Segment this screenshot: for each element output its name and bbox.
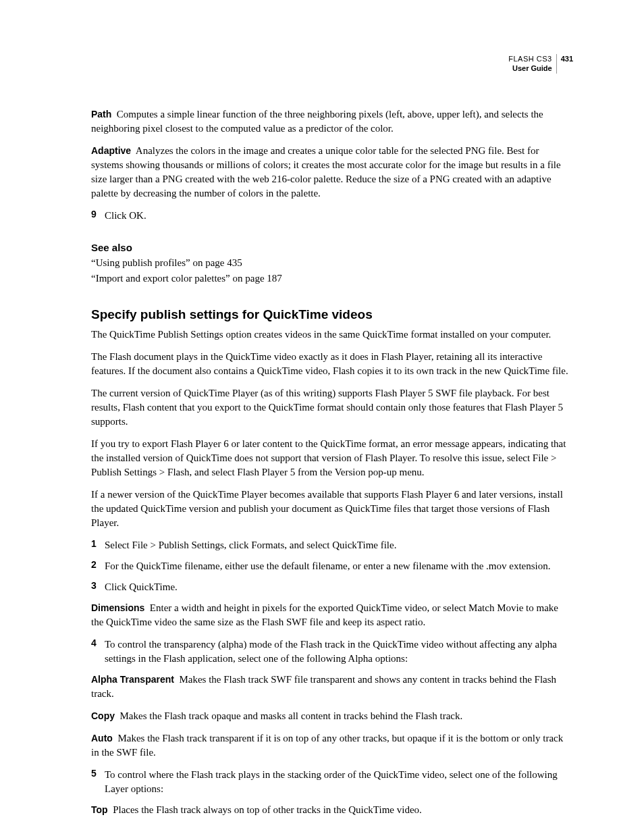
page-body: FLASH CS3 User Guide 431 Path Computes a… xyxy=(0,0,644,834)
term-path-text: Computes a simple linear function of the… xyxy=(91,109,543,134)
step-number: 9 xyxy=(91,209,105,223)
step-text: Click OK. xyxy=(105,209,146,223)
xref-color-palettes: “Import and export color palettes” on pa… xyxy=(91,273,573,284)
term-top: Top xyxy=(91,804,108,815)
term-adaptive: Adaptive xyxy=(91,145,131,156)
step-number: 4 xyxy=(91,637,105,666)
term-copy-text: Makes the Flash track opaque and masks a… xyxy=(120,710,463,721)
step-text: To control where the Flash track plays i… xyxy=(105,768,573,796)
step-number: 1 xyxy=(91,538,105,552)
term-dimensions: Dimensions xyxy=(91,602,144,613)
step-number: 5 xyxy=(91,768,105,796)
definition-top: Top Places the Flash track always on top… xyxy=(91,803,573,817)
step-4: 4 To control the transparency (alpha) mo… xyxy=(91,637,573,666)
page-number: 431 xyxy=(557,54,573,74)
definition-copy: Copy Makes the Flash track opaque and ma… xyxy=(91,709,573,723)
step-number: 3 xyxy=(91,580,105,594)
product-name: FLASH CS3 xyxy=(508,54,552,63)
step-3: 3 Click QuickTime. xyxy=(91,580,573,594)
term-dimensions-text: Enter a width and height in pixels for t… xyxy=(91,602,558,627)
step-text: Click QuickTime. xyxy=(105,580,178,594)
guide-name: User Guide xyxy=(508,63,552,73)
definition-path: Path Computes a simple linear function o… xyxy=(91,107,573,136)
definition-auto: Auto Makes the Flash track transparent i… xyxy=(91,731,573,760)
see-also-heading: See also xyxy=(91,242,573,253)
term-alpha-transparent: Alpha Transparent xyxy=(91,674,174,685)
page-header: FLASH CS3 User Guide 431 xyxy=(91,54,573,74)
section-p1: The QuickTime Publish Settings option cr… xyxy=(91,328,573,342)
term-auto: Auto xyxy=(91,733,113,744)
section-p4: If you try to export Flash Player 6 or l… xyxy=(91,437,573,479)
xref-publish-profiles: “Using publish profiles” on page 435 xyxy=(91,257,573,269)
term-top-text: Places the Flash track always on top of … xyxy=(113,804,422,815)
step-text: Select File > Publish Settings, click Fo… xyxy=(105,538,396,552)
section-p5: If a newer version of the QuickTime Play… xyxy=(91,488,573,530)
step-9: 9 Click OK. xyxy=(91,209,573,223)
step-5: 5 To control where the Flash track plays… xyxy=(91,768,573,796)
step-text: For the QuickTime filename, either use t… xyxy=(105,559,551,573)
term-adaptive-text: Analyzes the colors in the image and cre… xyxy=(91,145,561,199)
term-copy: Copy xyxy=(91,710,115,721)
definition-adaptive: Adaptive Analyzes the colors in the imag… xyxy=(91,144,573,201)
step-text: To control the transparency (alpha) mode… xyxy=(105,637,573,666)
step-2: 2 For the QuickTime filename, either use… xyxy=(91,559,573,573)
step-number: 2 xyxy=(91,559,105,573)
section-p2: The Flash document plays in the QuickTim… xyxy=(91,350,573,378)
step-1: 1 Select File > Publish Settings, click … xyxy=(91,538,573,552)
definition-dimensions: Dimensions Enter a width and height in p… xyxy=(91,601,573,629)
section-p3: The current version of QuickTime Player … xyxy=(91,386,573,429)
definition-alpha-transparent: Alpha Transparent Makes the Flash track … xyxy=(91,673,573,701)
term-auto-text: Makes the Flash track transparent if it … xyxy=(91,733,563,758)
term-path: Path xyxy=(91,109,111,120)
section-heading: Specify publish settings for QuickTime v… xyxy=(91,307,573,322)
